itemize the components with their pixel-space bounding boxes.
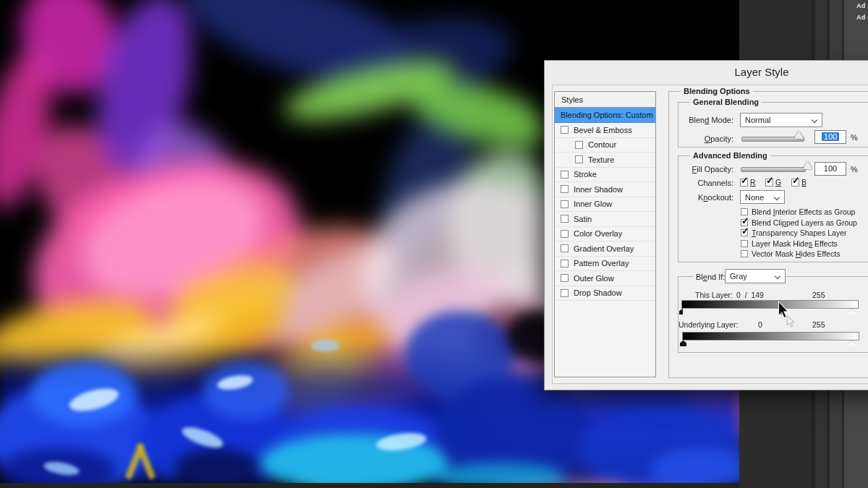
checkbox[interactable]: ✓	[765, 179, 773, 187]
styles-item-label: Bevel & Emboss	[574, 123, 632, 138]
chevron-down-icon	[775, 273, 780, 279]
styles-item-label: Outer Glow	[574, 271, 614, 286]
checkbox[interactable]	[561, 274, 569, 282]
styles-item-row[interactable]: Inner Shadow	[555, 182, 655, 197]
checkbox[interactable]: ✓	[741, 229, 748, 236]
underlying-layer-label: Underlying Layer:	[678, 320, 733, 329]
opacity-input[interactable]: 100	[814, 130, 846, 144]
checkbox[interactable]	[561, 260, 569, 267]
styles-item-label: Drop Shadow	[574, 286, 622, 301]
channels-label: Channels:	[680, 179, 733, 187]
checkbox[interactable]	[561, 200, 569, 208]
styles-item-row[interactable]: Texture	[555, 153, 655, 168]
chevron-down-icon	[774, 194, 780, 200]
channel-label: B	[801, 178, 807, 187]
styles-item-label: Stroke	[574, 167, 597, 182]
styles-item-row[interactable]: Color Overlay	[555, 227, 655, 242]
this-layer-max: 255	[812, 291, 825, 299]
blend-mode-label: Blend Mode:	[680, 116, 733, 124]
styles-item-blending-options[interactable]: Blending Options: Custom	[555, 108, 655, 123]
styles-item-row[interactable]: Contour	[555, 138, 655, 153]
styles-item-row[interactable]: Outer Glow	[555, 271, 655, 286]
styles-item-row[interactable]: Stroke	[555, 168, 655, 183]
checkbox[interactable]	[561, 126, 569, 134]
styles-item-label: Texture	[588, 153, 614, 168]
checkbox[interactable]	[561, 215, 569, 223]
styles-item-row[interactable]: Satin	[555, 212, 655, 227]
advanced-option-row[interactable]: ✓Transparency Shapes Layer	[741, 228, 857, 239]
styles-item-label: Gradient Overlay	[574, 241, 634, 257]
styles-item-row[interactable]: Pattern Overlay	[555, 257, 655, 272]
fill-opacity-input[interactable]: 100	[814, 162, 846, 176]
styles-panel-header: Styles	[554, 91, 656, 108]
channel-toggle: ✓B	[791, 178, 807, 187]
advanced-option-label: Transparency Shapes Layer	[752, 228, 847, 239]
checkbox[interactable]	[561, 289, 569, 297]
fill-opacity-label: Fill Opacity:	[680, 165, 733, 174]
advanced-options-list: Blend Interior Effects as Group✓Blend Cl…	[741, 207, 857, 260]
underlying-white-slider[interactable]	[849, 341, 856, 346]
underlying-layer-gradient-bar[interactable]	[682, 332, 859, 341]
styles-item-label: Blending Options: Custom	[561, 108, 653, 123]
advanced-option-label: Layer Mask Hides Effects	[752, 239, 838, 249]
blend-if-select[interactable]: Gray	[725, 269, 786, 283]
general-blending-group: General Blending Blend Mode: Normal Opac…	[678, 102, 868, 147]
channel-label: G	[775, 178, 781, 187]
blend-if-group: Blend If: Gray This Layer: 0 / 149 255 U…	[678, 276, 868, 353]
checkbox[interactable]	[741, 250, 748, 257]
styles-item-label: Inner Shadow	[574, 182, 623, 197]
this-layer-black-slider-left[interactable]	[679, 309, 683, 314]
opacity-label: Opacity:	[680, 134, 733, 143]
fill-opacity-unit: %	[851, 165, 858, 174]
advanced-option-row[interactable]: ✓Blend Clipped Layers as Group	[741, 218, 857, 228]
styles-item-row[interactable]: Inner Glow	[555, 197, 655, 213]
this-layer-white-slider[interactable]	[849, 309, 856, 314]
checkbox[interactable]	[561, 244, 569, 252]
blending-options-panel: Blending Options General Blending Blend …	[668, 91, 868, 378]
channel-toggle: ✓R	[740, 178, 756, 187]
channels-row: ✓R✓G✓B	[740, 178, 848, 187]
advanced-option-row[interactable]: Vector Mask Hides Effects	[741, 249, 857, 260]
checkbox[interactable]	[561, 230, 569, 238]
checkbox[interactable]	[561, 185, 569, 193]
advanced-blending-group: Advanced Blending Fill Opacity: 100 % Ch…	[678, 155, 868, 262]
fill-opacity-slider-track[interactable]	[741, 167, 806, 172]
checkbox[interactable]: ✓	[741, 219, 748, 226]
advanced-option-label: Blend Interior Effects as Group	[752, 207, 855, 218]
advanced-blending-title: Advanced Blending	[690, 151, 770, 160]
check-icon: ✓	[741, 226, 749, 236]
this-layer-gradient-bar[interactable]	[681, 300, 859, 309]
styles-item-row[interactable]: Drop Shadow	[555, 286, 655, 301]
check-icon: ✓	[741, 216, 749, 226]
underlying-layer-max: 255	[812, 320, 825, 329]
check-icon: ✓	[792, 176, 800, 185]
channel-label: R	[750, 178, 756, 187]
checkbox[interactable]	[741, 240, 748, 247]
styles-item-label: Inner Glow	[574, 197, 612, 212]
checkbox[interactable]: ✓	[740, 179, 748, 187]
general-blending-title: General Blending	[690, 98, 762, 106]
knockout-select[interactable]: None	[740, 190, 785, 204]
checkbox[interactable]: ✓	[791, 179, 799, 187]
styles-item-row[interactable]: Bevel & Emboss	[555, 123, 655, 138]
opacity-slider-thumb[interactable]	[794, 131, 804, 139]
advanced-option-row[interactable]: Blend Interior Effects as Group	[741, 207, 857, 218]
checkbox[interactable]	[575, 141, 583, 149]
fill-opacity-slider-thumb[interactable]	[803, 161, 812, 169]
advanced-option-row[interactable]: Layer Mask Hides Effects	[741, 239, 857, 249]
styles-item-row[interactable]: Gradient Overlay	[555, 241, 655, 257]
styles-item-label: Pattern Overlay	[574, 256, 629, 271]
advanced-option-label: Blend Clipped Layers as Group	[752, 218, 857, 228]
underlying-black-slider[interactable]	[680, 341, 686, 346]
check-icon: ✓	[766, 176, 774, 185]
checkbox[interactable]	[575, 155, 583, 163]
blend-mode-select[interactable]: Normal	[740, 113, 822, 127]
layer-style-dialog: Layer Style Styles Blending Options: Cus…	[544, 60, 868, 390]
opacity-unit: %	[851, 133, 858, 142]
checkbox[interactable]	[741, 208, 748, 215]
knockout-label: Knockout:	[680, 193, 733, 202]
dock-tab-label[interactable]: Ad	[856, 2, 865, 9]
styles-header-label: Styles	[561, 95, 583, 104]
dock-tab-label[interactable]: Ad	[856, 14, 865, 21]
checkbox[interactable]	[561, 171, 569, 179]
